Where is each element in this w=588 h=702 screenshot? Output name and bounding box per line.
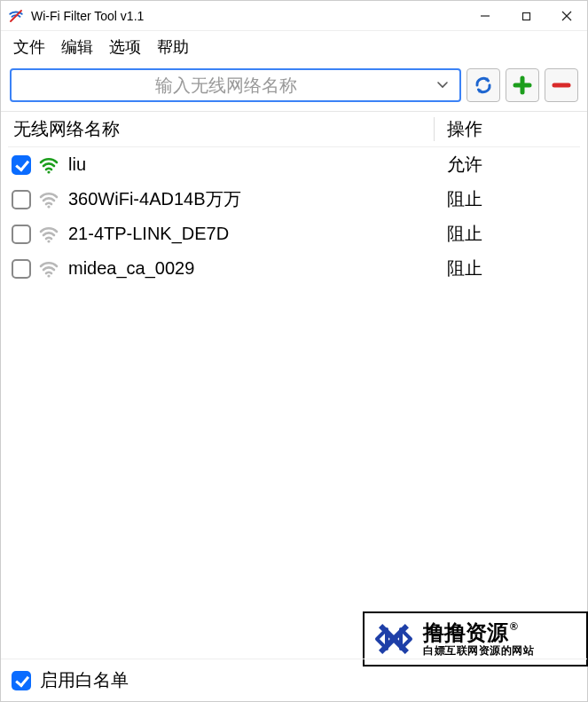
table-row[interactable]: liu允许 xyxy=(8,147,580,182)
list-header: 无线网络名称 操作 xyxy=(8,112,580,147)
row-checkbox[interactable] xyxy=(12,225,31,244)
footer: 启用白名单 xyxy=(1,659,587,701)
table-row[interactable]: 360WiFi-4AD14B万万阻止 xyxy=(8,182,580,217)
remove-button[interactable] xyxy=(545,68,578,102)
network-name-combo[interactable] xyxy=(10,68,461,102)
chevron-down-icon[interactable] xyxy=(431,78,454,93)
whitelist-label: 启用白名单 xyxy=(40,668,129,692)
registered-icon: ® xyxy=(510,621,518,633)
column-name[interactable]: 无线网络名称 xyxy=(12,117,435,141)
app-icon xyxy=(8,8,24,24)
add-button[interactable] xyxy=(506,68,539,102)
maximize-button[interactable] xyxy=(506,1,546,31)
network-name: liu xyxy=(68,154,435,175)
svg-point-8 xyxy=(47,205,50,208)
whitelist-checkbox[interactable] xyxy=(12,671,31,690)
wifi-icon xyxy=(38,154,59,176)
row-checkbox[interactable] xyxy=(12,155,31,175)
watermark-logo-icon xyxy=(372,617,416,661)
network-list: 无线网络名称 操作 liu允许 360WiFi-4AD14B万万阻止 21-4T… xyxy=(1,111,587,659)
window-controls xyxy=(465,1,587,30)
network-status: 阻止 xyxy=(435,187,576,211)
svg-rect-1 xyxy=(522,12,529,20)
wifi-icon xyxy=(38,258,59,280)
menu-edit[interactable]: 编辑 xyxy=(61,36,93,58)
minimize-button[interactable] xyxy=(465,1,506,31)
network-status: 允许 xyxy=(435,153,576,177)
network-status: 阻止 xyxy=(435,256,576,280)
refresh-button[interactable] xyxy=(466,68,500,102)
close-button[interactable] xyxy=(546,1,587,31)
wifi-icon xyxy=(38,189,59,210)
watermark-title: 撸撸资源 xyxy=(423,621,508,644)
svg-point-7 xyxy=(47,170,50,173)
menu-help[interactable]: 帮助 xyxy=(157,36,189,58)
watermark-text: 撸撸资源 ® 白嫖互联网资源的网站 xyxy=(423,621,534,657)
network-name: 360WiFi-4AD14B万万 xyxy=(68,187,435,211)
network-name: midea_ca_0029 xyxy=(68,258,435,279)
svg-point-10 xyxy=(47,274,50,277)
row-checkbox[interactable] xyxy=(12,190,31,209)
watermark-subtitle: 白嫖互联网资源的网站 xyxy=(423,645,534,657)
window-title: Wi-Fi Filter Tool v1.1 xyxy=(31,9,465,23)
network-status: 阻止 xyxy=(435,222,576,246)
toolbar xyxy=(1,65,587,111)
network-name-input[interactable] xyxy=(20,75,431,96)
menu-options[interactable]: 选项 xyxy=(109,36,141,58)
titlebar: Wi-Fi Filter Tool v1.1 xyxy=(1,1,587,31)
table-row[interactable]: 21-4TP-LINK_DE7D阻止 xyxy=(8,217,580,251)
column-action[interactable]: 操作 xyxy=(435,117,576,141)
network-name: 21-4TP-LINK_DE7D xyxy=(68,224,435,244)
menu-file[interactable]: 文件 xyxy=(13,36,45,58)
table-row[interactable]: midea_ca_0029阻止 xyxy=(8,251,580,286)
svg-point-9 xyxy=(47,240,50,242)
row-checkbox[interactable] xyxy=(12,259,31,279)
menubar: 文件 编辑 选项 帮助 xyxy=(1,31,587,65)
wifi-icon xyxy=(38,224,59,245)
